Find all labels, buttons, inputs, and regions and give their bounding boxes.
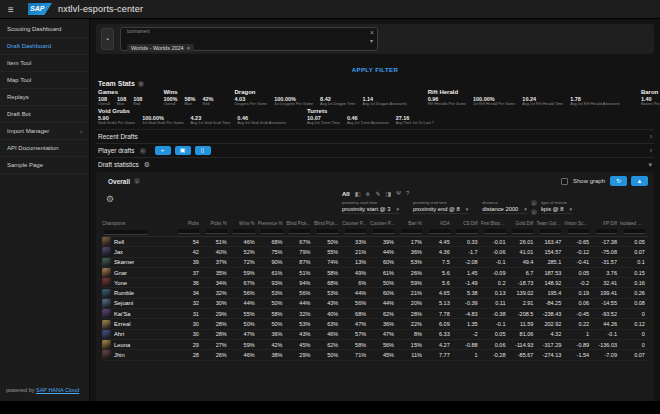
table-row-ahri[interactable]: Ahri3028%47%36%43%46%57%47%8%6.33-20.058… [102,330,648,340]
role-filter-all[interactable]: All [342,191,350,197]
role-support-icon[interactable]: Ψ [396,190,401,197]
table-row-leona[interactable]: Leona2927%59%42%45%62%58%56%15%4.27-0.88… [102,340,648,350]
dropdown-proximity-end-time[interactable]: proximity end timeproximity end @ 8▾ [413,200,468,214]
column-header-xp-diff[interactable]: XP Diff [592,221,620,226]
column-filter-input[interactable] [568,229,589,234]
column-filter-input[interactable] [512,229,533,234]
info-icon[interactable]: i [531,200,537,206]
column-filter-input[interactable] [373,229,394,234]
dropdown-type-of-minute[interactable]: iitype of minutekpis @ 8▾ [541,200,572,214]
chevron-down-icon[interactable]: ▾ [370,37,373,44]
column-filter-input[interactable] [261,229,282,234]
role-top-icon[interactable]: ◧ [355,190,361,197]
upload-button[interactable]: ▲ [631,176,648,186]
refresh-button[interactable]: ↻ [610,176,627,186]
dropdown-distance[interactable]: distancedistance 2000▾ [482,200,527,214]
table-row-ezreal[interactable]: Ezreal3028%50%50%53%63%47%36%22%6.091.35… [102,319,648,329]
clear-filter-icon[interactable]: × [370,29,374,36]
chevron-down-icon[interactable]: ▾ [648,161,652,169]
chevron-right-icon[interactable]: › [650,147,652,154]
column-header-counter-p[interactable]: Counter P... [369,221,397,226]
dropdown-value[interactable]: kpis @ 8▾ [541,206,572,214]
dropdown-value[interactable]: proximity start @ 3▾ [342,206,399,214]
sidebar-item-replays[interactable]: Replays [0,89,89,106]
column-filter-input[interactable] [624,229,645,234]
column-header-picks[interactable]: Picks [174,221,202,226]
column-header-blind-pick[interactable]: Blind Pick... [286,221,314,226]
gear-icon[interactable]: ⚙ [144,161,150,169]
column-header-gold-diff[interactable]: Gold Diff [509,221,537,226]
column-header-ban[interactable]: Ban % [397,221,425,226]
column-filter-input[interactable] [178,229,199,234]
dropdown-value[interactable]: proximity end @ 8▾ [413,206,468,214]
column-filter-input[interactable] [484,229,505,234]
column-filter-input[interactable] [429,229,450,234]
column-header-picks[interactable]: Picks % [202,221,230,226]
help-icon[interactable]: ? [406,190,409,197]
column-header-vision-score-diff[interactable]: Vision Score Diff [564,221,592,226]
draft-statistics-section[interactable]: Draft statistics ⚙ ▾ [96,157,654,171]
column-header-isolated-d[interactable]: Isolated D...⚙↔ [620,221,648,226]
table-row-rell[interactable]: Rell5451%46%68%67%50%33%39%17%4.450.33-0… [102,237,648,247]
info-icon[interactable]: i [134,178,140,184]
column-header-wins[interactable]: Wins % [230,221,258,226]
column-header-champions[interactable]: Champions [102,221,174,226]
dropdown-value[interactable]: distance 2000▾ [482,206,527,214]
panel-settings-gear-icon[interactable]: ⚙ [106,194,114,204]
sidebar-item-draft-bot[interactable]: Draft Bot [0,106,89,123]
table-row-rumble[interactable]: Rumble3432%56%53%56%53%44%60%21%4.655.38… [102,288,648,298]
column-header-kda[interactable]: KDA [425,221,453,226]
player-drafts-section[interactable]: Player drafts i +▣▯ › [96,143,654,157]
sidebar-item-sample-page[interactable]: Sample Page [0,157,89,174]
info-icon[interactable]: i [531,209,537,215]
show-graph-checkbox[interactable] [561,178,568,185]
column-header-first-bloods-diff[interactable]: First Bloods Diff [481,221,509,226]
column-filter-input[interactable] [456,229,477,234]
column-header-counter-p[interactable]: Counter P... [341,221,369,226]
column-filter-input[interactable] [317,229,338,234]
sidebar-item-map-tool[interactable]: Map Tool [0,72,89,89]
tournament-filter-field[interactable]: tournament Worlds - Worlds 2024 × × ▾ [120,27,378,51]
column-filter-input[interactable] [540,229,561,234]
table-row-sejuani[interactable]: Sejuani3230%44%50%44%43%56%44%20%5.13-0.… [102,299,648,309]
tab-overall[interactable]: Overall [102,178,130,185]
role-jungle-icon[interactable]: ⋔ [365,190,370,197]
recent-drafts-section[interactable]: Recent Drafts › [96,129,654,143]
table-row-gnar[interactable]: Gnar3735%59%61%51%58%49%61%26%5.61.45-0.… [102,268,648,278]
tournament-chip[interactable]: Worlds - Worlds 2024 × [127,44,194,52]
column-filter-input[interactable] [289,229,310,234]
column-header-team-gold-diff[interactable]: Team Gold Diff [536,221,564,226]
table-row-jax[interactable]: Jax4240%52%75%79%55%21%44%36%4.36-1.7-0.… [102,247,648,257]
table-row-skarner[interactable]: Skarner3937%72%90%87%74%13%60%53%7.5-2.0… [102,258,648,268]
hamburger-menu-icon[interactable]: ≡ [8,4,24,15]
filter-presets-button[interactable]: ▪ [101,28,114,50]
table-row-kai-sa[interactable]: Kai'Sa3129%55%58%32%40%68%62%28%7.78-4.8… [102,309,648,319]
delete-draft-button[interactable]: ▯ [195,146,211,155]
column-filter-input[interactable] [401,229,422,234]
column-filter-input[interactable] [345,229,366,234]
sidebar-item-scouting-dashboard[interactable]: Scouting Dashboard [0,21,89,38]
role-bot-icon[interactable]: ◨ [385,190,391,197]
dropdown-proximity-start-time[interactable]: proximity start timeproximity start @ 3▾ [342,200,399,214]
table-settings-icon[interactable]: ⚙ [646,221,648,226]
column-filter-input[interactable] [104,230,147,235]
sap-hana-cloud-link[interactable]: SAP HANA Cloud [36,387,79,393]
info-icon[interactable]: i [138,81,144,87]
column-filter-input[interactable] [206,229,227,234]
sidebar-item-api-documentation[interactable]: API Documentation [0,140,89,157]
column-filter-input[interactable] [233,229,254,234]
chevron-right-icon[interactable]: › [650,133,652,140]
column-filter-input[interactable] [596,229,617,234]
add-draft-button[interactable]: + [155,146,171,155]
column-header-presence[interactable]: Presence % [258,221,286,226]
sidebar-item-import-manager[interactable]: Import Manager› [0,123,89,140]
save-draft-button[interactable]: ▣ [175,146,191,155]
apply-filter-button[interactable]: APPLY FILTER [352,67,398,73]
sidebar-item-draft-dashboard[interactable]: Draft Dashboard [0,38,89,55]
sidebar-item-item-tool[interactable]: Item Tool [0,55,89,72]
table-row-jhin[interactable]: Jhin2826%46%38%29%50%71%45%11%7.771-0.28… [102,350,648,360]
column-header-blind-pick[interactable]: Blind Pick... [313,221,341,226]
role-mid-icon[interactable]: ✎ [375,190,380,197]
table-row-yone[interactable]: Yone3634%67%93%94%68%6%50%59%5.6-1.490.2… [102,278,648,288]
column-header-cs-diff[interactable]: CS Diff [453,221,481,226]
